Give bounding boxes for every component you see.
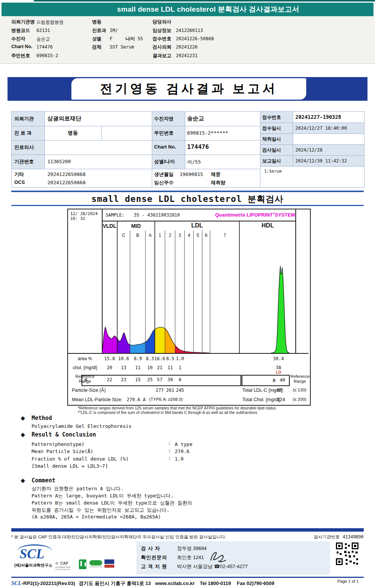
lab-tel: Tel 1800-0119 xyxy=(200,580,231,586)
result-item-label: Mean Particle Size(Å) xyxy=(32,449,93,454)
lipoprint-chart: 12/ 28/2024 10: 31 SAMPLE: 35 - 43621903… xyxy=(67,209,311,406)
scl-logo: SCL xyxy=(20,546,44,562)
field-label: 나이 xyxy=(126,36,135,42)
cell-value: 174476 xyxy=(187,143,209,150)
cell-value: 690815-2****** xyxy=(187,130,228,136)
lh-cert-logo xyxy=(79,559,86,569)
result-item-value: 270.6 xyxy=(175,449,189,454)
area-value-hdl: 30.4 xyxy=(271,356,286,361)
field-label: 의뢰기관명 xyxy=(11,19,35,25)
cell-label: 기관번호 xyxy=(14,158,34,165)
row-label-reference-right: Reference Range xyxy=(290,374,309,384)
result-item-label: [Small dense LDL = LDL3~7] xyxy=(32,463,108,469)
field-label: 병동 xyxy=(92,19,101,25)
staff-label: 고 객 지 원 xyxy=(141,563,167,570)
signature-icon xyxy=(209,550,227,565)
cell-label: 채취량 xyxy=(211,179,225,186)
staff-value: 최인호 1241 xyxy=(177,554,204,561)
ref-value-hdl: 40 xyxy=(280,377,285,383)
field-label: 수진자 xyxy=(11,36,26,42)
lab-fax: Fax 02)790-6509 xyxy=(237,580,274,586)
section-rule-bottom xyxy=(11,205,364,206)
cell-value: 2024122650868 xyxy=(47,171,86,177)
doc-footer-line: SCL-RP2(1)-202211(Rev.03) 경기도 용인시 기흥구 흥덕… xyxy=(11,580,274,587)
agency-number-label: 검사기관번호 xyxy=(314,534,340,540)
page-indicator: Page 1 of 1 xyxy=(337,579,358,583)
cell-label: 수진자명 xyxy=(154,115,174,122)
comment-line: 위험도를 증가시킬 수 있는 위험인자로 보고되고 있습니다. xyxy=(32,507,169,514)
hdl-low-flag: LO xyxy=(271,370,286,374)
comment-title: Comment xyxy=(32,477,55,484)
section-rule-top xyxy=(11,191,364,192)
result-title: Result & Conclusion xyxy=(32,431,96,438)
field-label: 임상정보 xyxy=(153,27,171,34)
cell-label: 진료의사 xyxy=(14,144,34,151)
lipoprint-brand: Quantimetrix LIPOPRINT®SYSTEM xyxy=(215,212,295,218)
chol-value: 13 xyxy=(116,365,131,370)
scl-doc-prefix: SCL xyxy=(11,580,22,586)
accreditation-note: * 본 검사실은 CAP 인증과 대한진단검사의학회/진단검사의학재단의 우수검… xyxy=(11,534,226,540)
cell-value: 2024/12/27 18:40:00 xyxy=(295,126,347,131)
staff-value: 박사현 서울강남 ☎02-457-4277 xyxy=(177,563,248,570)
total-ldl-ref: (≤ 130) xyxy=(293,388,306,392)
cell-label: 임신주수 xyxy=(154,179,174,186)
field-value: 20241231 xyxy=(176,53,198,58)
cell-value: 11365200 xyxy=(47,159,71,164)
field-value: 송순교 xyxy=(36,36,50,42)
method-body: Polyacrylamide Gel Electrophoresis xyxy=(32,423,132,429)
cell-label: 의뢰기관 xyxy=(14,115,34,122)
hdl-reference-box: ≥ 40 xyxy=(242,375,290,386)
cell-label: 주민번호 xyxy=(154,130,174,136)
cell-value: 송순교 xyxy=(187,115,204,122)
field-label: 병원코드 xyxy=(11,27,30,34)
cell-label: 접수일시 xyxy=(262,125,281,132)
row-label-particle: Particle-Size (Å) xyxy=(72,388,106,393)
lab-address: 경기도 용인시 기흥구 흥덕1로 13 xyxy=(79,580,151,586)
area-value: 10.6 xyxy=(116,356,131,361)
total-chol-label: Total Chol. [mg/dl]: xyxy=(242,397,281,402)
field-label: 검사의뢰 xyxy=(153,44,171,50)
footer-rule-top xyxy=(11,528,364,532)
staff-label: 검 사 자 xyxy=(141,545,174,552)
comment-line: 상기환자 표현형은 pattern A 입니다. xyxy=(32,485,124,492)
footer-rule-bottom xyxy=(11,577,364,578)
row-label-chol: chol. [mg/dl] xyxy=(68,365,102,370)
staff-value: 정두영 39694 xyxy=(177,545,207,552)
colon: : xyxy=(168,448,171,453)
report-page: small dense LDL cholesterol 분획검사 검사결과보고서… xyxy=(0,0,375,588)
diamond-bullet-icon: ◆ xyxy=(21,431,25,438)
cell-value: 2024/12/30 11:42:32 xyxy=(295,158,347,164)
field-value: 드림종합병원 xyxy=(36,19,64,26)
field-value: 174476 xyxy=(36,44,53,50)
field-label: 주민번호 xyxy=(11,53,30,59)
result-item-value: A type xyxy=(175,441,192,447)
chol-value-hdl: 38 xyxy=(271,365,286,370)
cap-gear-icon: ⚙ xyxy=(55,561,59,565)
sample-label: SAMPLE: xyxy=(106,212,125,218)
comment-line: Pattern A는 large, buoyant LDL이 우세한 type입… xyxy=(32,493,174,499)
cell-value: 삼광의료재단 xyxy=(47,115,81,122)
comment-line: Pattern B는 small dense LDL이 우세한 type으로 심… xyxy=(32,500,192,506)
chol-value: 20 xyxy=(102,365,117,370)
footnote-2: **LDL-C is comprised of the sum of chole… xyxy=(78,410,257,415)
diamond-bullet-icon: ◆ xyxy=(21,415,25,421)
cell-label: 검사일시 xyxy=(262,147,281,153)
scl-org-name: (재)서울의과학연구소 xyxy=(14,563,53,568)
field-value: 690815-2 xyxy=(36,53,58,58)
cell-label: 생년월일 xyxy=(154,171,174,178)
geq-symbol: ≥ xyxy=(273,377,275,383)
section-title: small dense LDL cholesterol 분획검사 xyxy=(0,193,375,205)
cell-value: 2024/12/28 xyxy=(295,147,322,153)
field-value: IM/ xyxy=(110,28,118,33)
cell-value: 20241227-190328 xyxy=(295,114,341,120)
particle-value: 245 xyxy=(172,388,188,393)
field-label: 검체 xyxy=(92,44,101,50)
field-value: SST Serum xyxy=(110,44,134,50)
field-value: 20241226-50868 xyxy=(176,36,214,41)
result-item-label: Fraction % of small dense LDL (%) xyxy=(32,456,129,462)
chol-value: 1 xyxy=(172,365,188,370)
staff-box: 검 사 자 정두영 39694 확인전문의 최인호 1241 고 객 지 원 박… xyxy=(136,541,330,574)
method-title: Method xyxy=(32,415,52,421)
field-value: 55 xyxy=(138,36,143,41)
leq-symbol: ≤ xyxy=(85,377,87,382)
